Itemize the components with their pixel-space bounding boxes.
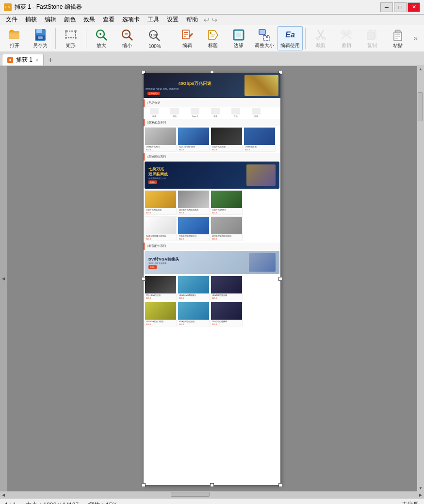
scissors-button[interactable]: 剪切 [334, 26, 359, 50]
menu-edit[interactable]: 编辑 [41, 15, 60, 25]
paste-button[interactable]: 粘贴 [385, 26, 410, 50]
menu-settings[interactable]: 设置 [163, 15, 182, 25]
rect-button[interactable]: 矩形 [58, 26, 83, 50]
product-name: DVI/VGA双接口线缆 [145, 320, 176, 323]
cut-button[interactable]: 裁剪 [308, 26, 333, 50]
left-panel-toggle[interactable]: ◀ [0, 66, 7, 491]
product-item: DVI/VGA双接口线缆 ¥38.9 [145, 302, 177, 326]
dvi-banner-sub: 1080P全程 无损视频 [148, 262, 179, 264]
dvi-banner-main: DVI转VGA转接头 [148, 257, 179, 262]
product-item: 六类千兆 网络头 ¥12.9 [211, 190, 243, 215]
status-bar: 1 / 1 大小： 1896 x 14137 缩放： 15% 未注册 [0, 498, 424, 504]
undo-button[interactable]: ↩ [204, 16, 210, 24]
product-name: USB集千兆网口 [145, 145, 176, 148]
scroll-right-button[interactable]: ▶ [417, 491, 424, 498]
open-button[interactable]: 打开 [2, 26, 27, 50]
product-price: ¥25.9 [178, 211, 209, 214]
border-button[interactable]: 边缘 [226, 26, 251, 50]
banner-btn: 立即购买 > [147, 92, 160, 95]
cat-label: 视频 [152, 115, 156, 117]
zoom-level: 缩放： 15% [88, 501, 117, 504]
tab-indicator: ■ [7, 57, 13, 63]
product-item: 超六类千兆网络连接器 ¥25.9 [178, 190, 210, 215]
zoom-100-button[interactable]: 100 100% [140, 26, 169, 50]
cat-item: 手机 [226, 108, 245, 117]
svg-point-33 [316, 37, 319, 40]
edit-label: 编辑 [182, 42, 192, 49]
product-image [145, 128, 176, 145]
canvas-area: 40Gbps万兆闪速 网络极速 / 极速上网 / 游戏专用 立即购买 > | 产… [7, 66, 417, 491]
sep2 [86, 28, 86, 49]
scroll-left-button[interactable]: ◀ [0, 491, 7, 498]
minimize-button[interactable]: ─ [380, 2, 393, 12]
product-image [211, 191, 242, 208]
vertical-scrollbar[interactable]: ▲ ▼ [417, 66, 424, 491]
horizontal-scroll-thumb[interactable] [171, 492, 210, 497]
scroll-thumb[interactable] [418, 92, 423, 121]
cat-label: 游戏 [254, 115, 258, 117]
product-price: ¥29.9 [178, 297, 209, 300]
svg-rect-40 [395, 30, 400, 33]
edituse-button[interactable]: Ea 编辑使用 [277, 26, 303, 50]
cut-label: 裁剪 [316, 42, 326, 49]
resize-button[interactable]: 调整大小 [252, 26, 277, 50]
scroll-down-button[interactable]: ▼ [419, 486, 423, 490]
menu-file[interactable]: 文件 [2, 15, 21, 25]
product-name: 超六工程级网线连接器 [211, 234, 242, 238]
menu-tools[interactable]: 工具 [144, 15, 163, 25]
resize-handle-ml[interactable] [142, 277, 146, 281]
product-name: 超六类千兆网络连接器 [178, 208, 209, 211]
product-item: HDMI 双芯拉丝线 ¥45.9 [211, 276, 243, 300]
zoom-out-button[interactable]: 缩小 [114, 26, 140, 50]
cat-item: 网络 [165, 108, 184, 117]
edituse-label: 编辑使用 [280, 42, 300, 49]
maximize-button[interactable]: □ [394, 2, 407, 12]
menu-capture[interactable]: 捕获 [21, 15, 41, 25]
svg-text:100: 100 [150, 33, 157, 37]
menu-tab[interactable]: 选项卡 [118, 15, 144, 25]
toolbar: 打开 另存为 矩形 放大 缩小 [0, 25, 424, 52]
save-button[interactable]: 另存为 [28, 26, 53, 50]
product-price: ¥19.9 [145, 211, 176, 214]
product-name: HDMI 双芯拉丝线 [211, 293, 242, 297]
scroll-up-button[interactable]: ▲ [419, 67, 423, 71]
product-price: ¥32.9 [211, 323, 242, 326]
menu-view[interactable]: 查看 [99, 15, 118, 25]
product-name: 六角工程级网筒接口 [178, 234, 209, 238]
open-icon [7, 28, 22, 42]
tab-capture1[interactable]: ■ 捕获 1 × [2, 54, 44, 65]
svg-point-9 [75, 30, 77, 32]
redo-button[interactable]: ↪ [212, 16, 217, 24]
cat-label: 音频 [213, 115, 217, 117]
edit-button[interactable]: 编辑 [175, 26, 200, 50]
close-button[interactable]: ✕ [408, 2, 420, 12]
tab-close-button[interactable]: × [35, 57, 38, 63]
menu-color[interactable]: 颜色 [60, 15, 80, 25]
image-size: 大小： 1896 x 14137 [26, 501, 79, 504]
resize-handle-br[interactable] [278, 483, 282, 487]
menu-effect[interactable]: 效果 [80, 15, 99, 25]
cat-item: 视频 [145, 108, 164, 117]
toolbar-more[interactable]: » [411, 34, 420, 43]
net-banner: 七类万兆 双屏蔽网线 比普通网线强力十倍 选购 > [145, 162, 279, 189]
tag-button[interactable]: 标题 [200, 26, 226, 50]
tab-bar: ■ 捕获 1 × + [0, 52, 424, 66]
product-name: USB万能扩展 [244, 145, 275, 148]
copy-icon [364, 28, 380, 42]
product-item: VGA公对公连接线 ¥24.9 [178, 302, 210, 326]
zoom-in-button[interactable]: 放大 [89, 26, 114, 50]
add-tab-button[interactable]: + [45, 55, 56, 65]
resize-handle-mr[interactable] [278, 277, 282, 281]
menu-help[interactable]: 帮助 [182, 15, 202, 25]
svg-point-10 [65, 37, 67, 39]
copy-button[interactable]: 复制 [359, 26, 385, 50]
resize-handle-bm[interactable] [210, 483, 214, 487]
product-image [178, 191, 209, 208]
product-image [211, 302, 242, 320]
zoom-in-icon [94, 28, 109, 42]
svg-rect-1 [9, 33, 19, 39]
product-image [244, 128, 275, 145]
file-tools: 打开 另存为 [2, 26, 53, 50]
resize-handle-bl[interactable] [142, 483, 146, 487]
product-price: ¥49.9 [178, 148, 209, 151]
